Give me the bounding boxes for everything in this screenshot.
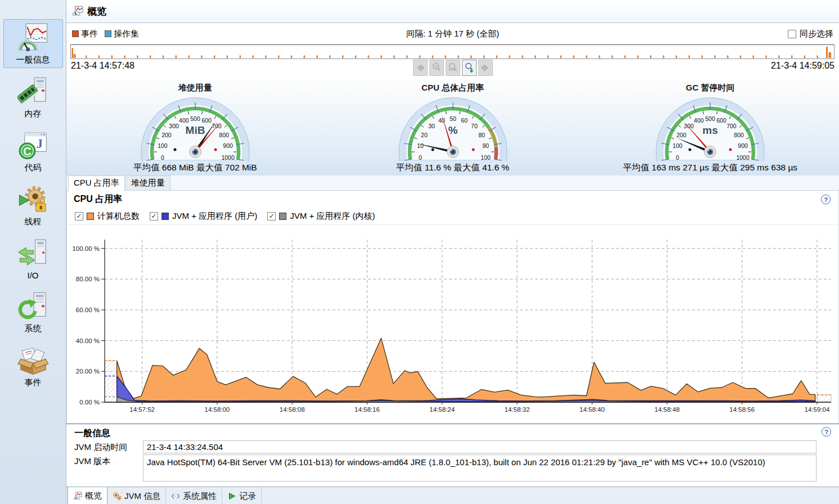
svg-text:J: J <box>36 137 42 151</box>
info-row-value[interactable]: Java HotSpot(TM) 64-Bit Server VM (25.10… <box>143 454 816 482</box>
svg-text:100: 100 <box>481 154 491 161</box>
heap-gauge: 01002003004005006007008009001000MiB <box>133 93 257 162</box>
svg-text:ms: ms <box>702 124 717 136</box>
series-toggle-0[interactable]: ✓计算机总数 <box>75 211 140 222</box>
cpu-gauge-title: CPU 总体占用率 <box>421 83 484 93</box>
interval-label: 间隔: 1 分钟 17 秒 (全部) <box>66 29 839 39</box>
sidebar-item-general-info[interactable]: 一般信息 <box>3 19 63 68</box>
sidebar-item-label: I/O <box>27 271 38 280</box>
tab-cpu-usage[interactable]: CPU 占用率 <box>68 176 125 191</box>
heap-gauge-title: 堆使用量 <box>178 83 212 93</box>
arrow-right-icon <box>479 61 491 74</box>
svg-text:700: 700 <box>212 123 222 129</box>
cpu-usage-chart[interactable]: 0.00 %20.00 %40.00 %60.00 %80.00 %100.00… <box>67 225 838 420</box>
gc-gauge-block: GC 暂停时间01002003004005006007008009001000m… <box>581 79 839 176</box>
series-swatch-icon <box>87 213 94 220</box>
info-rows: JVM 启动时间21-3-4 14:33:24.504JVM 版本Java Ho… <box>74 440 831 482</box>
series-checkbox[interactable]: ✓ <box>267 212 276 220</box>
tab-heap-usage[interactable]: 堆使用量 <box>125 176 171 190</box>
sync-selection-label: 同步选择 <box>800 29 833 39</box>
svg-text:0: 0 <box>418 154 421 161</box>
general-info-icon <box>17 22 49 54</box>
svg-text:100.00 %: 100.00 % <box>72 245 100 252</box>
series-label: JVM + 应用程序 (用户) <box>172 211 257 222</box>
sync-selection[interactable]: 同步选择 <box>788 29 833 39</box>
series-checkbox[interactable]: ✓ <box>150 212 158 220</box>
previous-button[interactable] <box>413 60 428 76</box>
zoom-selection-button[interactable] <box>446 60 460 76</box>
timeline-legend-item: 操作集 <box>105 29 139 39</box>
zoom-in-button[interactable] <box>462 60 477 76</box>
svg-text:14:58:24: 14:58:24 <box>429 406 455 413</box>
cpu-section-title: CPU 占用率 <box>67 191 838 208</box>
svg-text:90: 90 <box>482 142 489 149</box>
bottom-tab-bar: 概览JVM 信息系统属性记录 <box>66 487 839 504</box>
main-panel: 概览 事件操作集 间隔: 1 分钟 17 秒 (全部) 同步选择 21-3-4 … <box>66 0 839 504</box>
info-row-label: JVM 版本 <box>74 454 143 482</box>
svg-text:70: 70 <box>471 123 478 129</box>
memory-icon <box>17 76 49 108</box>
sidebar-item-code[interactable]: JC代码 <box>3 127 63 176</box>
legend-label: 事件 <box>81 29 98 39</box>
info-row: JVM 启动时间21-3-4 14:33:24.504 <box>74 440 831 453</box>
zoom-out-icon <box>430 61 442 74</box>
timeline-track[interactable] <box>70 44 834 59</box>
general-info-title: 一般信息 <box>74 426 831 440</box>
series-toggle-2[interactable]: ✓JVM + 应用程序 (内核) <box>267 211 375 222</box>
info-row-value[interactable]: 21-3-4 14:33:24.504 <box>143 440 816 453</box>
svg-text:14:58:00: 14:58:00 <box>205 406 230 413</box>
bottom-tab-0[interactable]: 概览 <box>68 487 107 504</box>
threads-icon <box>17 184 49 216</box>
chart-area: 0.00 %20.00 %40.00 %60.00 %80.00 %100.00… <box>67 225 838 420</box>
svg-text:60.00 %: 60.00 % <box>76 307 100 313</box>
bottom-tab-3[interactable]: 记录 <box>222 487 262 504</box>
svg-text:100: 100 <box>672 142 683 149</box>
jvm-info-icon <box>113 492 122 501</box>
svg-text:14:58:48: 14:58:48 <box>654 406 680 413</box>
svg-text:14:58:32: 14:58:32 <box>505 406 530 413</box>
series-checkbox[interactable]: ✓ <box>75 212 83 220</box>
next-button[interactable] <box>478 60 493 76</box>
zoom-out-button[interactable] <box>429 60 444 76</box>
sidebar-item-events[interactable]: 事件 <box>3 342 63 391</box>
svg-text:100: 100 <box>158 142 168 149</box>
svg-text:1000: 1000 <box>221 154 235 161</box>
io-icon <box>17 238 49 270</box>
sidebar-item-memory[interactable]: 内存 <box>3 73 63 122</box>
svg-text:500: 500 <box>190 115 200 122</box>
svg-text:0: 0 <box>161 154 164 161</box>
sidebar-item-label: 事件 <box>25 377 42 388</box>
bottom-tab-2[interactable]: 系统属性 <box>166 487 222 504</box>
info-row-label: JVM 启动时间 <box>74 440 143 453</box>
series-toggle-1[interactable]: ✓JVM + 应用程序 (用户) <box>150 211 257 222</box>
zoom-chart-icon <box>447 61 459 74</box>
timeline-legend-item: 事件 <box>72 29 98 39</box>
info-row: JVM 版本Java HotSpot(TM) 64-Bit Server VM … <box>74 454 831 482</box>
svg-text:200: 200 <box>676 132 687 138</box>
sidebar-item-system[interactable]: 系统 <box>3 288 63 337</box>
timeline-legend: 事件操作集 <box>72 29 139 39</box>
svg-text:20: 20 <box>421 132 428 138</box>
svg-text:300: 300 <box>684 123 694 129</box>
help-icon[interactable]: ? <box>821 195 831 204</box>
sidebar-item-label: 系统 <box>25 323 42 334</box>
events-icon <box>17 345 49 377</box>
svg-text:14:58:40: 14:58:40 <box>580 406 605 413</box>
time-row: 21-3-4 14:57:48 21-3-4 14:59:05 <box>66 60 839 79</box>
svg-text:500: 500 <box>705 115 715 122</box>
system-properties-icon <box>171 492 180 501</box>
bottom-tab-label: 系统属性 <box>183 491 217 502</box>
svg-text:14:57:52: 14:57:52 <box>129 406 155 413</box>
chart-tabs: CPU 占用率堆使用量 <box>66 176 839 191</box>
sidebar-item-io[interactable]: I/O <box>3 235 63 283</box>
svg-text:14:58:08: 14:58:08 <box>280 406 305 413</box>
svg-text:60: 60 <box>461 117 468 124</box>
help-icon[interactable]: ? <box>822 427 831 436</box>
bottom-tab-1[interactable]: JVM 信息 <box>107 487 166 504</box>
sync-selection-checkbox[interactable] <box>788 30 796 38</box>
svg-text:C: C <box>23 145 31 158</box>
gc-gauge-title: GC 暂停时间 <box>686 83 735 93</box>
sidebar-item-threads[interactable]: 线程 <box>3 181 63 230</box>
cpu-gauge: 0102030405060708090100% <box>391 93 515 162</box>
system-icon <box>17 291 49 323</box>
